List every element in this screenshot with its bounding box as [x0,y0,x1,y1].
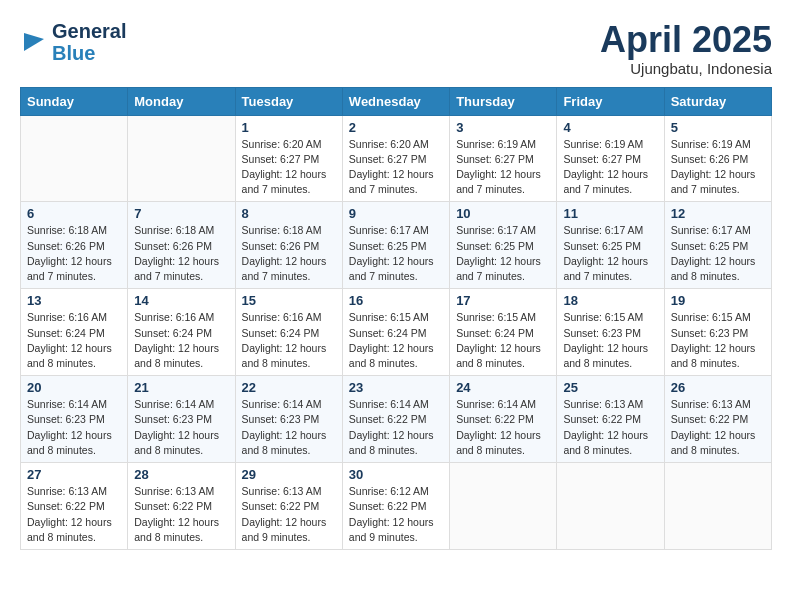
day-info: Sunrise: 6:18 AM Sunset: 6:26 PM Dayligh… [242,223,336,284]
day-info: Sunrise: 6:13 AM Sunset: 6:22 PM Dayligh… [563,397,657,458]
col-sunday: Sunday [21,87,128,115]
day-number: 19 [671,293,765,308]
weekday-row: Sunday Monday Tuesday Wednesday Thursday… [21,87,772,115]
week-row-3: 13Sunrise: 6:16 AM Sunset: 6:24 PM Dayli… [21,289,772,376]
day-number: 1 [242,120,336,135]
day-cell: 7Sunrise: 6:18 AM Sunset: 6:26 PM Daylig… [128,202,235,289]
day-cell: 29Sunrise: 6:13 AM Sunset: 6:22 PM Dayli… [235,463,342,550]
day-number: 20 [27,380,121,395]
col-monday: Monday [128,87,235,115]
day-number: 13 [27,293,121,308]
day-info: Sunrise: 6:14 AM Sunset: 6:22 PM Dayligh… [349,397,443,458]
day-info: Sunrise: 6:15 AM Sunset: 6:23 PM Dayligh… [671,310,765,371]
week-row-4: 20Sunrise: 6:14 AM Sunset: 6:23 PM Dayli… [21,376,772,463]
day-number: 5 [671,120,765,135]
day-number: 8 [242,206,336,221]
day-info: Sunrise: 6:14 AM Sunset: 6:23 PM Dayligh… [242,397,336,458]
day-cell: 3Sunrise: 6:19 AM Sunset: 6:27 PM Daylig… [450,115,557,202]
day-cell: 9Sunrise: 6:17 AM Sunset: 6:25 PM Daylig… [342,202,449,289]
day-info: Sunrise: 6:20 AM Sunset: 6:27 PM Dayligh… [349,137,443,198]
day-cell: 24Sunrise: 6:14 AM Sunset: 6:22 PM Dayli… [450,376,557,463]
day-cell: 4Sunrise: 6:19 AM Sunset: 6:27 PM Daylig… [557,115,664,202]
day-cell [128,115,235,202]
day-info: Sunrise: 6:15 AM Sunset: 6:24 PM Dayligh… [456,310,550,371]
day-number: 24 [456,380,550,395]
day-cell: 2Sunrise: 6:20 AM Sunset: 6:27 PM Daylig… [342,115,449,202]
day-cell: 8Sunrise: 6:18 AM Sunset: 6:26 PM Daylig… [235,202,342,289]
day-cell: 27Sunrise: 6:13 AM Sunset: 6:22 PM Dayli… [21,463,128,550]
logo-icon [20,29,48,57]
day-info: Sunrise: 6:12 AM Sunset: 6:22 PM Dayligh… [349,484,443,545]
day-cell: 11Sunrise: 6:17 AM Sunset: 6:25 PM Dayli… [557,202,664,289]
day-info: Sunrise: 6:15 AM Sunset: 6:23 PM Dayligh… [563,310,657,371]
day-info: Sunrise: 6:16 AM Sunset: 6:24 PM Dayligh… [242,310,336,371]
logo-text-line1: General [52,20,126,42]
week-row-1: 1Sunrise: 6:20 AM Sunset: 6:27 PM Daylig… [21,115,772,202]
day-cell: 25Sunrise: 6:13 AM Sunset: 6:22 PM Dayli… [557,376,664,463]
day-cell: 15Sunrise: 6:16 AM Sunset: 6:24 PM Dayli… [235,289,342,376]
day-info: Sunrise: 6:13 AM Sunset: 6:22 PM Dayligh… [671,397,765,458]
day-number: 28 [134,467,228,482]
day-info: Sunrise: 6:17 AM Sunset: 6:25 PM Dayligh… [349,223,443,284]
col-tuesday: Tuesday [235,87,342,115]
day-number: 3 [456,120,550,135]
day-info: Sunrise: 6:14 AM Sunset: 6:22 PM Dayligh… [456,397,550,458]
day-cell [450,463,557,550]
day-number: 4 [563,120,657,135]
col-saturday: Saturday [664,87,771,115]
location-text: Ujungbatu, Indonesia [600,60,772,77]
day-info: Sunrise: 6:18 AM Sunset: 6:26 PM Dayligh… [134,223,228,284]
day-cell: 5Sunrise: 6:19 AM Sunset: 6:26 PM Daylig… [664,115,771,202]
day-cell: 20Sunrise: 6:14 AM Sunset: 6:23 PM Dayli… [21,376,128,463]
day-cell: 14Sunrise: 6:16 AM Sunset: 6:24 PM Dayli… [128,289,235,376]
day-info: Sunrise: 6:17 AM Sunset: 6:25 PM Dayligh… [563,223,657,284]
day-info: Sunrise: 6:16 AM Sunset: 6:24 PM Dayligh… [134,310,228,371]
day-number: 30 [349,467,443,482]
day-number: 21 [134,380,228,395]
day-number: 16 [349,293,443,308]
day-number: 29 [242,467,336,482]
day-info: Sunrise: 6:14 AM Sunset: 6:23 PM Dayligh… [134,397,228,458]
week-row-2: 6Sunrise: 6:18 AM Sunset: 6:26 PM Daylig… [21,202,772,289]
day-cell: 28Sunrise: 6:13 AM Sunset: 6:22 PM Dayli… [128,463,235,550]
day-cell [557,463,664,550]
month-title: April 2025 [600,20,772,60]
day-cell: 16Sunrise: 6:15 AM Sunset: 6:24 PM Dayli… [342,289,449,376]
day-number: 15 [242,293,336,308]
title-block: April 2025 Ujungbatu, Indonesia [600,20,772,77]
day-info: Sunrise: 6:19 AM Sunset: 6:27 PM Dayligh… [456,137,550,198]
calendar-body: 1Sunrise: 6:20 AM Sunset: 6:27 PM Daylig… [21,115,772,549]
day-cell: 18Sunrise: 6:15 AM Sunset: 6:23 PM Dayli… [557,289,664,376]
day-cell: 26Sunrise: 6:13 AM Sunset: 6:22 PM Dayli… [664,376,771,463]
day-info: Sunrise: 6:13 AM Sunset: 6:22 PM Dayligh… [134,484,228,545]
day-info: Sunrise: 6:16 AM Sunset: 6:24 PM Dayligh… [27,310,121,371]
day-info: Sunrise: 6:19 AM Sunset: 6:26 PM Dayligh… [671,137,765,198]
day-info: Sunrise: 6:20 AM Sunset: 6:27 PM Dayligh… [242,137,336,198]
day-cell: 22Sunrise: 6:14 AM Sunset: 6:23 PM Dayli… [235,376,342,463]
day-cell [21,115,128,202]
day-cell: 21Sunrise: 6:14 AM Sunset: 6:23 PM Dayli… [128,376,235,463]
calendar-table: Sunday Monday Tuesday Wednesday Thursday… [20,87,772,550]
day-cell: 1Sunrise: 6:20 AM Sunset: 6:27 PM Daylig… [235,115,342,202]
col-wednesday: Wednesday [342,87,449,115]
day-number: 25 [563,380,657,395]
day-number: 11 [563,206,657,221]
day-cell: 10Sunrise: 6:17 AM Sunset: 6:25 PM Dayli… [450,202,557,289]
day-number: 14 [134,293,228,308]
day-number: 27 [27,467,121,482]
day-number: 9 [349,206,443,221]
day-cell: 23Sunrise: 6:14 AM Sunset: 6:22 PM Dayli… [342,376,449,463]
day-number: 17 [456,293,550,308]
logo: General Blue [20,20,126,64]
col-thursday: Thursday [450,87,557,115]
col-friday: Friday [557,87,664,115]
day-number: 2 [349,120,443,135]
day-info: Sunrise: 6:13 AM Sunset: 6:22 PM Dayligh… [242,484,336,545]
day-info: Sunrise: 6:17 AM Sunset: 6:25 PM Dayligh… [671,223,765,284]
page-header: General Blue April 2025 Ujungbatu, Indon… [20,20,772,77]
day-number: 23 [349,380,443,395]
day-info: Sunrise: 6:17 AM Sunset: 6:25 PM Dayligh… [456,223,550,284]
day-info: Sunrise: 6:13 AM Sunset: 6:22 PM Dayligh… [27,484,121,545]
svg-marker-1 [24,33,44,51]
day-cell: 13Sunrise: 6:16 AM Sunset: 6:24 PM Dayli… [21,289,128,376]
